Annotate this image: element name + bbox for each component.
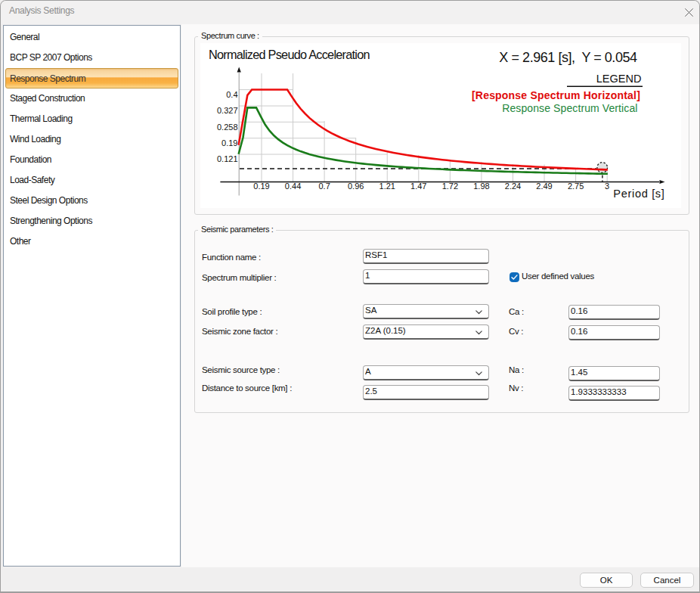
svg-text:2.24: 2.24 <box>505 182 521 191</box>
svg-text:[Response Spectrum Horizontal]: [Response Spectrum Horizontal] <box>472 89 640 101</box>
svg-text:1.98: 1.98 <box>473 182 489 191</box>
svg-text:Normalized Pseudo Acceleration: Normalized Pseudo Acceleration <box>209 48 370 61</box>
svg-text:Response Spectrum Vertical: Response Spectrum Vertical <box>502 102 637 114</box>
svg-text:1.47: 1.47 <box>410 182 426 191</box>
svg-text:0.327: 0.327 <box>217 106 238 115</box>
svg-text:0.4: 0.4 <box>226 90 237 99</box>
svg-text:2.75: 2.75 <box>568 182 584 191</box>
svg-text:1.72: 1.72 <box>442 182 458 191</box>
svg-text:0.44: 0.44 <box>285 182 301 191</box>
svg-text:3: 3 <box>605 182 609 191</box>
svg-text:0.96: 0.96 <box>348 182 364 191</box>
svg-text:1.21: 1.21 <box>379 182 395 191</box>
svg-text:0.19: 0.19 <box>253 182 269 191</box>
svg-text:0.121: 0.121 <box>217 154 238 163</box>
svg-text:2.49: 2.49 <box>536 182 552 191</box>
svg-text:0.7: 0.7 <box>318 182 330 191</box>
svg-text:Period [s]: Period [s] <box>613 188 664 200</box>
svg-text:0.19: 0.19 <box>221 138 237 147</box>
svg-text:0.258: 0.258 <box>217 123 238 132</box>
svg-text:LEGEND: LEGEND <box>596 73 642 85</box>
svg-text:X = 2.961 [s], Y = 0.054: X = 2.961 [s], Y = 0.054 <box>499 50 637 65</box>
